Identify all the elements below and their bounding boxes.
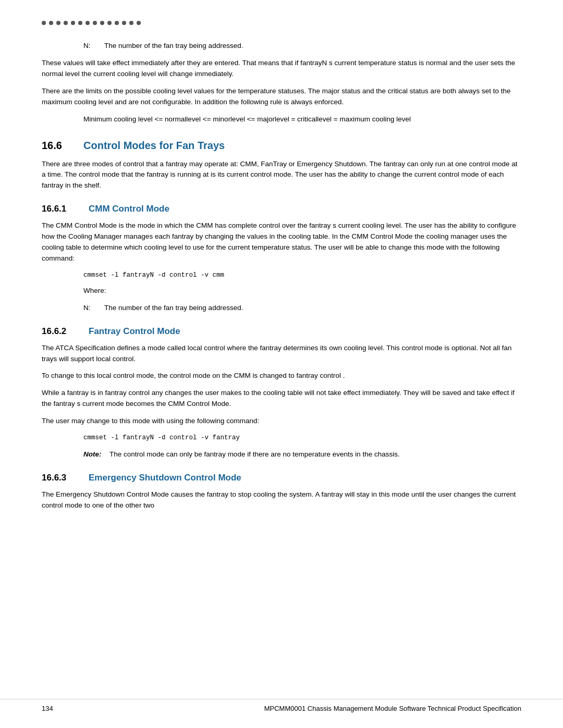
page-footer: 134 MPCMM0001 Chassis Management Module … xyxy=(0,699,563,712)
equation-block: Minimum cooling level <= normallevel <= … xyxy=(83,114,521,125)
footer-doc-title: MPCMM0001 Chassis Management Module Soft… xyxy=(264,705,521,712)
section-16-6-2-para1: The ATCA Specification defines a mode ca… xyxy=(42,343,521,365)
section-16-6-para1: There are three modes of control that a … xyxy=(42,159,521,192)
header-dot xyxy=(85,21,90,25)
section-16-6-title: Control Modes for Fan Trays xyxy=(83,140,225,152)
n-value-2: The number of the fan tray being address… xyxy=(104,303,243,314)
footer-page-number: 134 xyxy=(42,705,53,712)
section-16-6-1-where: Where: xyxy=(83,286,521,297)
section-16-6-heading: 16.6 Control Modes for Fan Trays xyxy=(42,140,521,152)
header-dot xyxy=(137,21,141,25)
section-16-6-2-title: Fantray Control Mode xyxy=(89,326,180,337)
note-text: The control mode can only be fantray mod… xyxy=(109,449,400,460)
intro-para1: These values will take effect immediatel… xyxy=(42,58,521,80)
header-dot xyxy=(64,21,68,25)
page: N: The number of the fan tray being addr… xyxy=(0,0,563,728)
section-16-6-2-para3: While a fantray is in fantray control an… xyxy=(42,388,521,410)
header-dot xyxy=(56,21,60,25)
section-16-6-2-heading: 16.6.2 Fantray Control Mode xyxy=(42,326,521,337)
n-key-2: N: xyxy=(83,303,94,314)
header-dot xyxy=(93,21,97,25)
header-dot xyxy=(78,21,82,25)
note-block: Note: The control mode can only be fantr… xyxy=(83,449,480,460)
header-dot xyxy=(107,21,112,25)
section-16-6-3-para1: The Emergency Shutdown Control Mode caus… xyxy=(42,489,521,511)
note-label: Note: xyxy=(83,449,104,460)
section-16-6-1-code: cmmset -l fantrayN -d control -v cmm xyxy=(83,270,521,280)
section-16-6-3-title: Emergency Shutdown Control Mode xyxy=(89,473,241,483)
n-key: N: xyxy=(83,41,94,52)
header-dot xyxy=(42,21,46,25)
section-16-6-1-para1: The CMM Control Mode is the mode in whic… xyxy=(42,220,521,264)
section-16-6-2-para4: The user may change to this mode with us… xyxy=(42,416,521,427)
section-16-6-1-heading: 16.6.1 CMM Control Mode xyxy=(42,204,521,214)
section-16-6-1-number: 16.6.1 xyxy=(42,204,78,214)
section-16-6-2-para2: To change to this local control mode, th… xyxy=(42,371,521,381)
intro-para2: There are the limits on the possible coo… xyxy=(42,86,521,108)
header-decoration xyxy=(42,21,521,25)
header-dot xyxy=(71,21,75,25)
intro-n-label: N: The number of the fan tray being addr… xyxy=(83,41,521,52)
section-16-6-2-code: cmmset -l fantrayN -d control -v fantray xyxy=(83,433,521,443)
section-16-6-3-heading: 16.6.3 Emergency Shutdown Control Mode xyxy=(42,473,521,483)
header-dot xyxy=(122,21,126,25)
header-dot xyxy=(100,21,104,25)
n-value: The number of the fan tray being address… xyxy=(104,41,243,52)
section-16-6-1-n-block: N: The number of the fan tray being addr… xyxy=(83,303,521,314)
header-dot xyxy=(49,21,53,25)
section-16-6-number: 16.6 xyxy=(42,140,73,152)
header-dot xyxy=(115,21,119,25)
header-dot xyxy=(129,21,133,25)
section-16-6-1-n-label: N: The number of the fan tray being addr… xyxy=(83,303,521,314)
section-16-6-2-number: 16.6.2 xyxy=(42,326,78,337)
section-16-6-1-title: CMM Control Mode xyxy=(89,204,169,214)
section-16-6-3-number: 16.6.3 xyxy=(42,473,78,483)
intro-n-block: N: The number of the fan tray being addr… xyxy=(83,41,521,52)
